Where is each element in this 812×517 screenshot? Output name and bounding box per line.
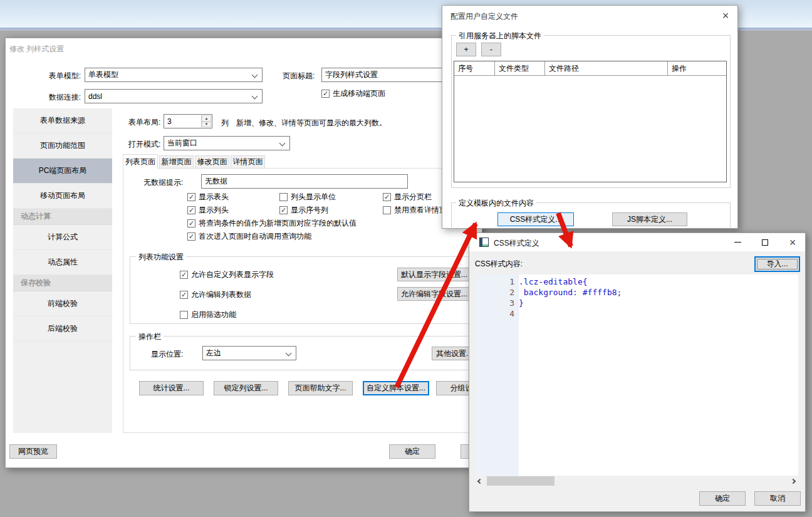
sidebar-item-label: 动态属性 xyxy=(48,257,78,268)
form-model-select[interactable]: 单表模型 xyxy=(85,68,263,82)
checkbox-label: 允许自定义列表显示字段 xyxy=(191,269,274,280)
enable-filter-checkbox[interactable]: ✓启用筛选功能 xyxy=(180,310,236,320)
ok-button[interactable]: 确定 xyxy=(389,444,435,459)
dialog-title: 配置用户自定义文件 xyxy=(450,11,518,22)
show-colhead-checkbox[interactable]: ✓显示列头 xyxy=(187,205,229,215)
data-conn-select[interactable]: ddsl xyxy=(85,89,263,103)
col-file-type[interactable]: 文件类型 xyxy=(495,61,545,75)
remove-file-button[interactable]: - xyxy=(481,43,501,56)
checkbox-label: 首次进入页面时自动调用查询功能 xyxy=(199,231,311,242)
tab-label: 详情页面 xyxy=(233,157,263,167)
scroll-right-icon[interactable] xyxy=(788,476,798,486)
sidebar-item-dynamic-attr[interactable]: 动态属性 xyxy=(13,250,112,275)
spinner-down-icon[interactable]: ▼ xyxy=(202,122,211,128)
column-style-settings-dialog: 修改 列样式设置 表单模型: 单表模型 页面标题: 数据连接: ddsl ✓ 生… xyxy=(5,38,482,468)
display-pos-value: 左边 xyxy=(206,348,221,358)
script-files-table: 序号 文件类型 文件路径 操作 xyxy=(454,61,727,182)
col-file-path[interactable]: 文件路径 xyxy=(545,61,668,75)
custom-script-button[interactable]: 自定义脚本设置... xyxy=(363,381,429,395)
line-number: 4 xyxy=(475,308,519,319)
show-seq-checkbox[interactable]: ✓显示序号列 xyxy=(279,205,328,215)
form-layout-unit: 列 xyxy=(221,118,229,128)
lock-column-button[interactable]: 锁定列设置... xyxy=(214,381,278,395)
checkbox-label: 启用筛选功能 xyxy=(191,310,236,320)
col-seq[interactable]: 序号 xyxy=(454,61,495,75)
template-content-group-title: 定义模板内的文件内容 xyxy=(456,198,536,209)
sidebar-item-calc-formula[interactable]: 计算公式 xyxy=(13,225,112,250)
sidebar-item-back-check[interactable]: 后端校验 xyxy=(13,316,112,342)
checkbox-icon: ✓ xyxy=(383,206,391,214)
open-mode-label: 打开模式: xyxy=(128,139,160,150)
tab-edit-page[interactable]: 修改页面 xyxy=(195,155,229,169)
table-header-row: 序号 文件类型 文件路径 操作 xyxy=(454,61,726,76)
sidebar-item-pc-layout[interactable]: PC端页面布局 xyxy=(13,159,112,184)
spinner-up-icon[interactable]: ▲ xyxy=(202,115,211,122)
css-code-editor[interactable]: 1.lcz-editable{ 2 background: #ffffb8; 3… xyxy=(475,274,798,476)
minimize-icon[interactable] xyxy=(724,233,751,251)
dialog-title: CSS样式定义 xyxy=(494,238,539,249)
table-body-empty xyxy=(454,76,726,182)
show-pager-checkbox[interactable]: ✓显示分页栏 xyxy=(383,192,432,202)
form-layout-spinner[interactable]: ▲ ▼ xyxy=(164,114,212,128)
import-button[interactable]: 导入... xyxy=(754,256,800,272)
close-icon[interactable]: × xyxy=(779,233,806,251)
code-line: } xyxy=(519,298,524,308)
sidebar-item-label: PC端页面布局 xyxy=(39,165,87,176)
sidebar-item-front-check[interactable]: 前端校验 xyxy=(13,291,112,316)
tab-detail-page[interactable]: 详情页面 xyxy=(231,155,265,169)
edit-fields-button[interactable]: 允许编辑字段设置... xyxy=(397,287,471,301)
open-mode-value: 当前窗口 xyxy=(167,138,197,149)
sidebar-item-form-data-source[interactable]: 表单数据来源 xyxy=(13,108,112,133)
page-help-button[interactable]: 页面帮助文字... xyxy=(288,381,353,395)
close-icon[interactable]: × xyxy=(716,8,735,24)
cancel-button[interactable]: 取消 xyxy=(754,491,801,506)
js-script-define-button[interactable]: JS脚本定义... xyxy=(612,212,687,226)
css-style-define-button[interactable]: CSS样式定义... xyxy=(497,212,574,226)
open-mode-select[interactable]: 当前窗口 xyxy=(164,136,290,150)
add-file-button[interactable]: + xyxy=(456,43,476,56)
server-script-group-title: 引用服务器上的脚本文件 xyxy=(456,31,544,41)
scrollbar-thumb[interactable] xyxy=(487,476,554,486)
allow-custom-fields-checkbox[interactable]: ✓允许自定义列表显示字段 xyxy=(180,269,274,279)
tab-list-page[interactable]: 列表页面 xyxy=(123,154,158,169)
stats-settings-button[interactable]: 统计设置... xyxy=(139,381,204,395)
maximize-icon[interactable] xyxy=(751,233,778,251)
default-fields-button[interactable]: 默认显示字段设置... xyxy=(397,268,471,281)
disable-detail-checkbox[interactable]: ✓禁用查看详情页 xyxy=(383,205,447,215)
show-header-checkbox[interactable]: ✓显示表头 xyxy=(187,192,229,202)
line-number: 2 xyxy=(475,287,519,298)
allow-edit-checkbox[interactable]: ✓允许编辑列表数据 xyxy=(180,290,251,300)
gen-mobile-checkbox[interactable]: ✓ 生成移动端页面 xyxy=(321,88,385,98)
no-data-input[interactable] xyxy=(201,174,408,189)
sidebar-item-page-scope[interactable]: 页面功能范围 xyxy=(13,133,112,159)
config-user-files-dialog: 配置用户自定义文件 × 引用服务器上的脚本文件 + - 序号 文件类型 文件路径… xyxy=(442,5,738,229)
chevron-down-icon xyxy=(279,140,286,147)
sidebar-item-label: 后端校验 xyxy=(48,323,78,334)
checkbox-label: 禁用查看详情页 xyxy=(394,205,447,216)
css-style-define-dialog: CSS样式定义 × CSS样式内容: 导入... 1.lcz-editable{… xyxy=(469,232,806,512)
tab-add-page[interactable]: 新增页面 xyxy=(159,155,194,169)
col-action[interactable]: 操作 xyxy=(668,61,726,75)
form-layout-label: 表单布局: xyxy=(128,117,160,128)
display-pos-select[interactable]: 左边 xyxy=(202,346,296,360)
checkbox-icon: ✓ xyxy=(180,271,188,279)
sidebar-section-label: 保存校验 xyxy=(21,278,51,288)
col-unit-checkbox[interactable]: ✓列头显示单位 xyxy=(279,192,336,202)
sidebar-item-mobile-layout[interactable]: 移动页面布局 xyxy=(13,184,112,209)
query-default-checkbox[interactable]: ✓将查询条件的值作为新增页面对应字段的默认值 xyxy=(187,218,357,228)
auto-query-checkbox[interactable]: ✓首次进入页面时自动调用查询功能 xyxy=(187,231,311,241)
checkbox-icon: ✓ xyxy=(279,206,288,214)
spinner-arrows: ▲ ▼ xyxy=(201,115,211,127)
sidebar-section-dynamic-calc: 动态计算 xyxy=(13,209,112,225)
sidebar-item-label: 表单数据来源 xyxy=(40,115,85,126)
horizontal-scrollbar[interactable] xyxy=(475,476,798,486)
settings-sidebar: 表单数据来源 页面功能范围 PC端页面布局 移动页面布局 动态计算 计算公式 动… xyxy=(13,108,112,433)
checkbox-label: 显示序号列 xyxy=(291,205,328,216)
scroll-left-icon[interactable] xyxy=(475,476,485,486)
ok-button[interactable]: 确定 xyxy=(699,491,746,506)
checkbox-label: 显示分页栏 xyxy=(394,192,432,202)
web-preview-button[interactable]: 网页预览 xyxy=(9,444,57,459)
tab-label: 修改页面 xyxy=(197,157,227,167)
form-layout-input[interactable] xyxy=(164,115,200,128)
form-model-label: 表单模型: xyxy=(18,71,81,81)
